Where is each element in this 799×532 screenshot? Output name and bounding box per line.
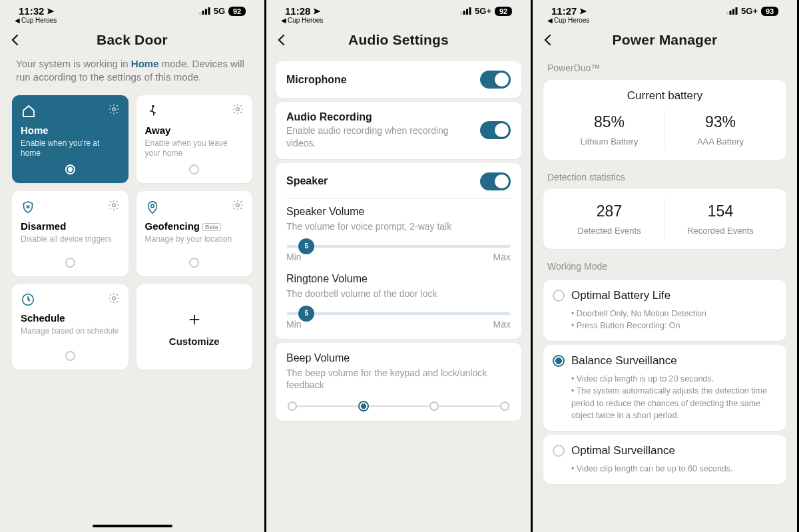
- mode-card-customize[interactable]: ＋ Customize: [136, 284, 253, 370]
- step-dot[interactable]: [288, 401, 297, 411]
- svg-point-11: [112, 296, 115, 300]
- network-label: 5G+: [741, 6, 758, 16]
- svg-rect-0: [199, 12, 201, 15]
- detection-stats-label: Detection statistics: [533, 166, 797, 186]
- audio-recording-toggle[interactable]: [480, 121, 511, 139]
- card-title: Away: [145, 125, 244, 136]
- mode-balance-surveillance[interactable]: Balance Surveillance Video clip length i…: [543, 345, 786, 431]
- radio-indicator: [189, 258, 199, 268]
- svg-point-9: [236, 203, 240, 206]
- recorded-count: 154: [668, 202, 773, 220]
- card-sub: Disable all device triggers: [21, 234, 120, 245]
- mode-bullets: Video clip length is up to 20 seconds. T…: [571, 373, 776, 421]
- svg-rect-12: [460, 12, 462, 15]
- speaker-label: Speaker: [286, 175, 328, 187]
- gear-icon[interactable]: [232, 103, 244, 115]
- powerduo-label: PowerDuo™: [533, 57, 797, 77]
- breadcrumb-return[interactable]: ◀ Cup Heroes: [533, 17, 797, 29]
- audio-recording-label: Audio Recording: [286, 111, 459, 123]
- mode-card-away[interactable]: Away Enable when you leave your home: [136, 95, 253, 183]
- speaker-group: Speaker Speaker Volume The volume for vo…: [276, 163, 521, 339]
- mode-optimal-surveillance[interactable]: Optimal Surveillance Video clip length c…: [543, 435, 786, 484]
- audio-recording-sub: Enable audio recording when recording vi…: [286, 125, 459, 150]
- svg-point-5: [152, 105, 154, 107]
- lithium-pct: 85%: [557, 113, 662, 131]
- mode-card-schedule[interactable]: Schedule Manage based on schedule: [12, 284, 129, 370]
- mode-title: Balance Surveillance: [571, 354, 677, 368]
- card-title: Disarmed: [21, 220, 120, 232]
- radio-unselected[interactable]: [553, 445, 565, 457]
- mode-link-home[interactable]: Home: [131, 58, 159, 69]
- breadcrumb-return[interactable]: ◀ Cup Heroes: [0, 17, 264, 29]
- radio-indicator: [189, 164, 199, 174]
- svg-rect-2: [205, 9, 207, 15]
- home-indicator[interactable]: [93, 525, 172, 527]
- page-title: Back Door: [11, 32, 254, 48]
- signal-icon: [460, 7, 471, 15]
- recorded-label: Recorded Events: [668, 226, 773, 236]
- mode-optimal-battery[interactable]: Optimal Battery Life Doorbell Only, No M…: [543, 280, 786, 341]
- audio-recording-row: Audio Recording Enable audio recording w…: [276, 102, 521, 159]
- breadcrumb-return[interactable]: ◀ Cup Heroes: [266, 17, 531, 29]
- max-label: Max: [493, 252, 511, 262]
- beep-volume-stepper[interactable]: [286, 401, 511, 411]
- svg-rect-3: [208, 7, 210, 15]
- gear-icon[interactable]: [232, 199, 244, 211]
- svg-rect-1: [202, 11, 204, 15]
- working-mode-label: Working Mode: [533, 256, 797, 276]
- location-icon: [313, 7, 321, 15]
- location-icon: [579, 7, 587, 15]
- aaa-label: AAA Battery: [668, 136, 773, 146]
- battery-card: Current battery 85% Lithium Battery 93% …: [543, 80, 786, 160]
- gear-icon[interactable]: [108, 292, 120, 304]
- status-bar: 11:32 5G 92: [0, 0, 264, 17]
- caret-left-icon: ◀: [15, 17, 20, 24]
- mode-card-home[interactable]: Home Enable when you're at home: [12, 95, 129, 183]
- svg-point-4: [112, 107, 115, 111]
- ringtone-volume-slider[interactable]: 5: [286, 312, 511, 315]
- microphone-toggle[interactable]: [480, 71, 511, 89]
- svg-point-8: [150, 204, 154, 208]
- radio-unselected[interactable]: [553, 290, 565, 302]
- mode-title: Optimal Battery Life: [571, 289, 670, 302]
- card-title: GeofencingBeta: [145, 220, 244, 232]
- slider-thumb[interactable]: 5: [298, 238, 314, 254]
- pin-icon: [145, 199, 160, 215]
- beep-volume-label: Beep Volume: [286, 352, 511, 364]
- speaker-toggle[interactable]: [480, 172, 511, 190]
- lithium-label: Lithium Battery: [557, 136, 662, 146]
- caret-left-icon: ◀: [547, 17, 553, 24]
- speaker-volume-label: Speaker Volume: [286, 206, 511, 218]
- mode-card-disarmed[interactable]: Disarmed Disable all device triggers: [12, 191, 129, 276]
- network-label: 5G+: [475, 6, 491, 16]
- plus-icon: ＋: [185, 306, 204, 332]
- radio-selected[interactable]: [553, 355, 565, 367]
- card-sub: Manage based on schedule: [21, 326, 120, 337]
- speaker-volume-slider[interactable]: 5: [286, 245, 511, 248]
- slider-thumb[interactable]: 5: [298, 306, 314, 322]
- battery-pill: 92: [228, 7, 246, 16]
- step-dot-active[interactable]: [358, 401, 369, 411]
- page-title: Power Manager: [543, 32, 786, 48]
- radio-indicator: [65, 351, 75, 361]
- card-title: Schedule: [21, 312, 120, 324]
- gear-icon[interactable]: [108, 199, 120, 211]
- mode-bullets: Doorbell Only, No Motion Detection Press…: [571, 308, 776, 332]
- svg-rect-17: [730, 11, 732, 15]
- step-dot[interactable]: [500, 401, 509, 411]
- svg-rect-13: [463, 11, 465, 15]
- screen-audio-settings: 11:28 5G+ 92 ◀ Cup Heroes Audio Settings…: [266, 0, 533, 532]
- nav-header: Power Manager: [533, 29, 797, 57]
- svg-point-7: [112, 203, 115, 206]
- radio-indicator: [65, 258, 75, 268]
- caret-left-icon: ◀: [281, 17, 286, 24]
- page-title: Audio Settings: [277, 32, 520, 48]
- svg-rect-15: [469, 7, 471, 15]
- mode-card-geofencing[interactable]: GeofencingBeta Manage by your location: [136, 191, 253, 276]
- customize-label: Customize: [169, 336, 220, 347]
- location-icon: [47, 7, 55, 15]
- aaa-pct: 93%: [668, 113, 773, 131]
- gear-icon[interactable]: [108, 103, 120, 115]
- status-time: 11:27: [551, 5, 577, 17]
- step-dot[interactable]: [429, 401, 439, 411]
